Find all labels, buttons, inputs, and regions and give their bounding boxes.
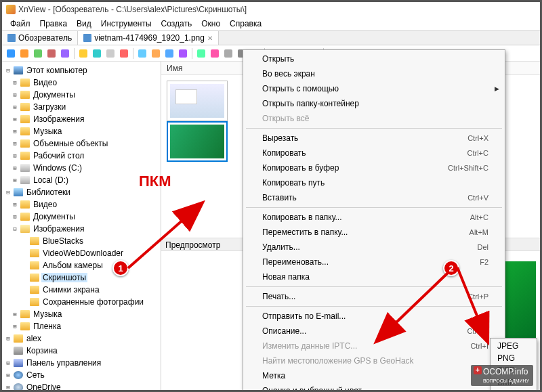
expand-icon[interactable]: ⊞ [5, 335, 12, 342]
thumbnail-item-selected[interactable] [167, 121, 228, 162]
tree-node[interactable]: ⊞Сеть [2, 369, 161, 381]
tree-node[interactable]: ⊞Пленка [2, 320, 161, 332]
menu-item[interactable]: Новая папка [243, 269, 505, 284]
expand-icon[interactable]: ⊟ [5, 189, 12, 196]
tree-node[interactable]: Снимки экрана [2, 284, 161, 296]
menu-item[interactable]: Открыть папку-контейнер [243, 96, 505, 111]
toolbar-button[interactable] [18, 47, 30, 60]
tab-close-icon[interactable]: ✕ [207, 35, 213, 42]
tree-node[interactable]: BlueStacks [2, 235, 161, 247]
menu-item[interactable]: Открыть [243, 51, 505, 66]
menu-item-label: Открыть [262, 54, 488, 64]
toolbar-button[interactable] [209, 47, 221, 60]
toolbar-button[interactable] [222, 47, 234, 60]
menu-item[interactable]: ВырезатьCtrl+X [243, 131, 505, 146]
menu-item[interactable]: Отправить по E-mail... [243, 309, 505, 324]
expand-icon[interactable]: ⊞ [12, 91, 18, 98]
menu-вид[interactable]: Вид [72, 18, 96, 30]
tree-node[interactable]: ⊞Музыка [2, 125, 161, 137]
tree-node[interactable]: ⊞Видео [2, 198, 161, 211]
expand-icon[interactable]: ⊞ [12, 79, 18, 86]
tree-node[interactable]: VideoWebDownloader [2, 247, 161, 259]
menu-item[interactable]: Копировать в буферCtrl+Shift+C [243, 160, 505, 175]
toolbar-button[interactable] [136, 47, 148, 60]
menu-item-shortcut: Alt+M [470, 228, 488, 236]
menu-item[interactable]: Описание...Ctrl+D [243, 324, 505, 339]
menu-item[interactable]: Печать...Ctrl+P [243, 289, 505, 304]
menu-item[interactable]: Метка▶ [243, 368, 505, 383]
submenu-item[interactable]: JPEG [491, 340, 537, 352]
expand-icon[interactable]: ⊞ [12, 152, 18, 159]
menu-item[interactable]: Копировать путь [243, 175, 505, 190]
tree-node[interactable]: ⊟Библиотеки [2, 186, 161, 198]
toolbar-button[interactable] [45, 47, 58, 60]
expand-icon[interactable]: ⊟ [12, 225, 18, 232]
toolbar-button[interactable] [59, 47, 71, 60]
expand-icon[interactable]: ⊞ [12, 177, 18, 183]
tree-node[interactable]: ⊞Windows (C:) [2, 162, 161, 174]
tree-node[interactable]: ⊞Документы [2, 89, 161, 101]
expand-icon[interactable]: ⊞ [5, 372, 12, 378]
expand-icon[interactable]: ⊞ [5, 384, 12, 390]
tree-node[interactable]: ⊟Этот компьютер [2, 64, 161, 77]
menu-item[interactable]: Копировать в папку...Alt+C [243, 210, 505, 225]
toolbar-button[interactable] [77, 47, 89, 60]
menu-item-shortcut: Ctrl+I [470, 342, 488, 350]
menu-item[interactable]: Удалить...Del [243, 240, 505, 255]
menu-item[interactable]: Во весь экран [243, 66, 505, 81]
tree-label: Сохраненные фотографии [41, 297, 145, 307]
expand-icon[interactable]: ⊞ [12, 201, 18, 208]
menu-item[interactable]: Переименовать...F2 [243, 255, 505, 269]
tree-node[interactable]: ⊞Видео [2, 77, 161, 89]
expand-icon[interactable]: ⊞ [12, 128, 18, 135]
tree-node[interactable]: ⊞alex [2, 332, 161, 345]
toolbar-button[interactable] [150, 47, 162, 60]
tree-node[interactable]: Корзина [2, 345, 161, 357]
menu-окно[interactable]: Окно [197, 18, 224, 30]
toolbar-button[interactable] [91, 47, 103, 60]
tree-node[interactable]: ⊞Загрузки [2, 101, 161, 113]
toolbar-button[interactable] [118, 47, 130, 60]
toolbar-button[interactable] [5, 47, 17, 60]
toolbar-button[interactable] [163, 47, 175, 60]
expand-icon[interactable]: ⊞ [12, 104, 18, 110]
tree-node[interactable]: ⊞Документы [2, 211, 161, 223]
tree-node[interactable]: ⊞Объемные объекты [2, 137, 161, 150]
expand-icon[interactable]: ⊞ [12, 323, 18, 330]
expand-icon[interactable]: ⊞ [12, 116, 18, 123]
tree-node[interactable]: Сохраненные фотографии [2, 296, 161, 308]
tree-node[interactable]: Скриншоты [2, 271, 161, 284]
tree-node[interactable]: ⊞Рабочий стол [2, 150, 161, 162]
expand-icon[interactable]: ⊞ [12, 213, 18, 220]
menu-создать[interactable]: Создать [157, 18, 196, 30]
expand-icon[interactable]: ⊞ [5, 360, 12, 366]
toolbar-button[interactable] [32, 47, 44, 60]
tab[interactable]: Обозреватель [2, 31, 78, 45]
tab[interactable]: vietnam-4174969_1920_1.png✕ [78, 31, 219, 45]
toolbar-button[interactable] [195, 47, 207, 60]
menu-item[interactable]: Переместить в папку...Alt+M [243, 225, 505, 240]
menu-item[interactable]: Открыть с помощью▶ [243, 81, 505, 96]
tree-node[interactable]: ⊞Музыка [2, 308, 161, 320]
toolbar-button[interactable] [104, 47, 117, 60]
menu-правка[interactable]: Правка [36, 18, 72, 30]
expand-icon[interactable]: ⊞ [12, 311, 18, 318]
expand-icon[interactable]: ⊞ [12, 140, 18, 147]
menu-item[interactable]: Оценка и выбранный цвет▶ [243, 383, 505, 392]
expand-icon[interactable]: ⊞ [12, 165, 18, 171]
menu-справка[interactable]: Справка [226, 18, 266, 30]
menu-item[interactable]: ВставитьCtrl+V [243, 190, 505, 205]
menu-item[interactable]: КопироватьCtrl+C [243, 146, 505, 160]
menu-инструменты[interactable]: Инструменты [97, 18, 156, 30]
menu-файл[interactable]: Файл [6, 18, 35, 30]
tree-node[interactable]: ⊟Изображения [2, 223, 161, 235]
submenu-item[interactable]: PNG [491, 352, 537, 364]
menu-item-shortcut: Ctrl+V [467, 194, 488, 202]
tree-node[interactable]: ⊞Панель управления [2, 357, 161, 369]
expand-icon[interactable]: ⊟ [5, 67, 12, 74]
tree-node[interactable]: Альбом камеры [2, 259, 161, 271]
toolbar-button[interactable] [177, 47, 189, 60]
tree-node[interactable]: ⊞Изображения [2, 113, 161, 125]
tree-node[interactable]: ⊞Local (D:) [2, 174, 161, 186]
tree-node[interactable]: ⊞OneDrive [2, 381, 161, 390]
